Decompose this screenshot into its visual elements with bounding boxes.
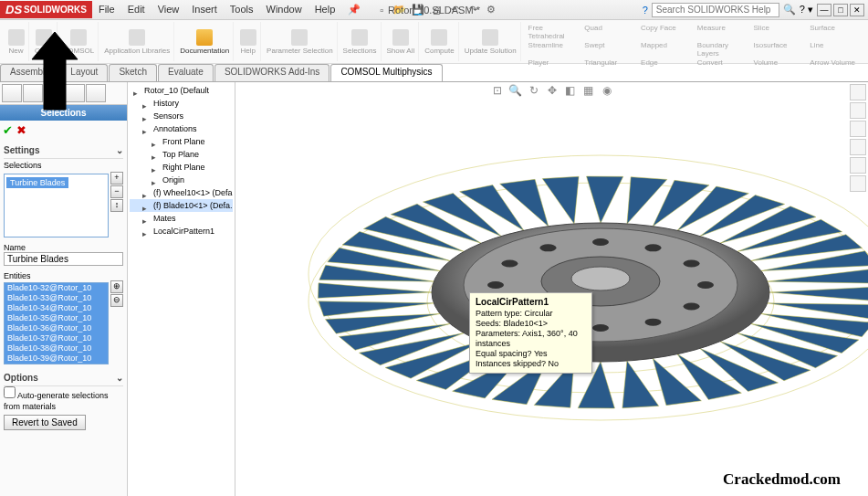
entities-list[interactable]: Blade10-32@Rotor_10Blade10-33@Rotor_10Bl… [4,282,109,364]
rib-applib[interactable]: Application Libraries [100,22,174,61]
new-icon[interactable]: ▫ [374,3,389,17]
rib-r-7[interactable]: Swept [584,41,633,58]
rib-r-15[interactable]: Convert [697,58,747,67]
tree-item[interactable]: ▸Mates [130,212,233,225]
tree-item[interactable]: ▸Top Plane [130,148,233,161]
panel-tab-5[interactable] [86,84,106,102]
options-header[interactable]: Options⌄ [4,370,123,386]
rib-new[interactable]: New [4,22,29,61]
menu-tools[interactable]: Tools [224,4,260,16]
entity-item[interactable]: Blade10-38@Rotor_10 [5,343,108,354]
ok-button[interactable]: ✔ [3,123,13,137]
tree-item[interactable]: ▸LocalCirPattern1 [130,225,233,237]
rib-r-3[interactable]: Measure [697,24,747,40]
rib-showall[interactable]: Show All [383,22,420,61]
tree-item[interactable]: ▸Rotor_10 (Default [130,84,233,97]
rt-3[interactable] [850,121,866,137]
rib-r-10[interactable]: Isosurface [754,41,803,58]
entity-item[interactable]: Blade10-40@Rotor_10 [5,364,108,364]
menu-help[interactable]: Help [309,4,342,16]
rib-r-8[interactable]: Mapped [641,41,690,58]
rib-r-9[interactable]: Boundary Layers [697,41,747,58]
rib-r-6[interactable]: Streamline [528,41,578,58]
feature-tree[interactable]: ▸Rotor_10 (Default▸History▸Sensors▸Annot… [128,82,235,496]
close-button[interactable]: ✕ [850,4,864,16]
tab-evaluate[interactable]: Evaluate [158,64,214,81]
rt-6[interactable] [850,175,866,192]
tab-addins[interactable]: SOLIDWORKS Add-Ins [214,64,329,81]
menu-insert[interactable]: Insert [185,4,224,16]
section-icon[interactable]: ▦ [580,84,597,100]
search-input[interactable] [652,3,779,17]
rib-help[interactable]: Help [235,22,261,61]
tree-item[interactable]: ▸(f) Wheel10<1> (Defa... [130,186,233,199]
rib-r-5[interactable]: Surface [810,24,859,40]
entity-item[interactable]: Blade10-34@Rotor_10 [5,303,108,313]
rt-2[interactable] [850,102,866,119]
add-selection-button[interactable]: + [110,172,123,185]
tree-item[interactable]: ▸Right Plane [130,161,233,174]
menu-view[interactable]: View [152,4,186,16]
settings-header[interactable]: Settings⌄ [4,142,123,159]
menu-file[interactable]: File [92,4,121,16]
revert-button[interactable]: Revert to Saved [4,415,86,430]
name-input[interactable] [4,252,123,266]
rt-4[interactable] [850,139,866,155]
zoom-icon[interactable]: 🔍 [507,84,524,100]
rib-r-1[interactable]: Quad [584,24,633,40]
tree-item[interactable]: ▸(f) Blade10<1> (Defa... [130,199,233,212]
tree-item[interactable]: ▸Origin [130,174,233,186]
pin-icon[interactable]: 📌 [341,4,367,16]
rt-1[interactable] [850,84,866,100]
rib-doc[interactable]: Documentation [176,22,234,61]
panel-tab-1[interactable] [2,84,22,102]
rotate-icon[interactable]: ↻ [526,84,542,100]
tab-comsol[interactable]: COMSOL Multiphysics [330,64,442,81]
rib-r-16[interactable]: Volume [754,58,803,67]
help-icon[interactable]: ? [643,5,648,16]
entity-remove-button[interactable]: ⊖ [110,294,123,307]
pan-icon[interactable]: ✥ [544,84,560,100]
tree-item[interactable]: ▸Sensors [130,110,233,122]
entity-item[interactable]: Blade10-37@Rotor_10 [5,333,108,343]
scene-icon[interactable]: ◉ [599,84,615,100]
rib-compute[interactable]: Compute [421,22,458,61]
display-style-icon[interactable]: ◧ [562,84,579,100]
entity-item[interactable]: Blade10-33@Rotor_10 [5,293,108,303]
rib-r-13[interactable]: Triangular [584,58,633,67]
entity-item[interactable]: Blade10-36@Rotor_10 [5,323,108,333]
tree-item[interactable]: ▸Annotations [130,122,233,135]
rib-r-12[interactable]: Player [528,58,578,67]
minimize-button[interactable]: — [817,4,831,16]
remove-selection-button[interactable]: − [110,185,123,198]
search-icon[interactable]: 🔍 [783,4,796,16]
zoom-fit-icon[interactable]: ⊡ [489,84,506,100]
tab-sketch[interactable]: Sketch [109,64,157,81]
rib-update[interactable]: Update Solution [461,22,521,61]
menu-edit[interactable]: Edit [121,4,152,16]
sort-selection-button[interactable]: ↕ [110,199,123,212]
rib-r-14[interactable]: Edge [641,58,690,67]
rt-5[interactable] [850,157,866,174]
viewport-3d[interactable]: ⊡ 🔍 ↻ ✥ ◧ ▦ ◉ [235,82,868,496]
entity-add-button[interactable]: ⊕ [110,280,123,293]
selection-box[interactable]: Turbine Blades [4,174,109,237]
entity-item[interactable]: Blade10-32@Rotor_10 [5,283,108,293]
menu-window[interactable]: Window [260,4,309,16]
rib-param[interactable]: Parameter Selection [263,22,337,61]
auto-generate-checkbox[interactable]: Auto-generate selections from materials [4,391,109,411]
maximize-button[interactable]: □ [833,4,848,16]
rib-r-0[interactable]: Free Tetrahedral [528,24,578,40]
entity-item[interactable]: Blade10-39@Rotor_10 [5,354,108,364]
help-dropdown-icon[interactable]: ? ▾ [800,4,813,16]
cancel-button[interactable]: ✖ [16,123,26,137]
rib-r-11[interactable]: Line [810,41,859,58]
tree-item[interactable]: ▸Front Plane [130,135,233,148]
rib-sel[interactable]: Selections [340,22,382,61]
options-icon[interactable]: ⚙ [484,3,498,17]
rib-r-17[interactable]: Arrow Volume [810,58,859,67]
rib-r-2[interactable]: Copy Face [641,24,690,40]
rib-r-4[interactable]: Slice [754,24,803,40]
entity-item[interactable]: Blade10-35@Rotor_10 [5,313,108,323]
tree-item[interactable]: ▸History [130,97,233,110]
